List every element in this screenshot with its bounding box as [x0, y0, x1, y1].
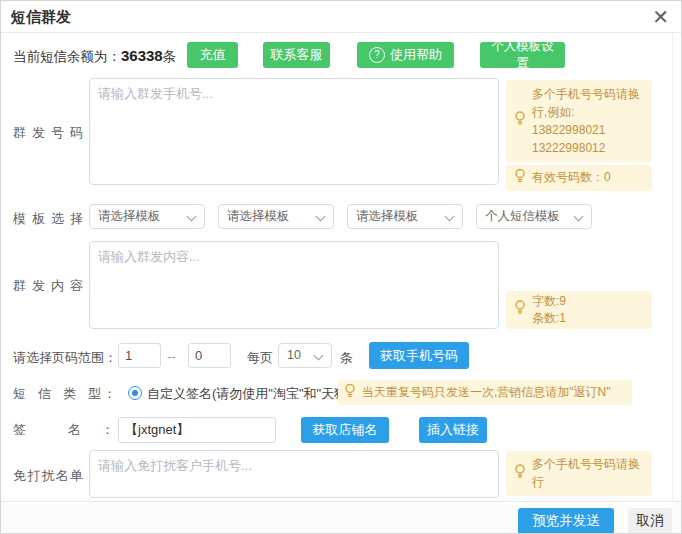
custom-signature-radio[interactable]	[128, 386, 142, 400]
recipients-hint-example-2: 13222998012	[532, 139, 644, 157]
cancel-button[interactable]: 取消	[628, 508, 672, 534]
balance-prefix: 当前短信余额为：	[13, 49, 121, 64]
sms-bulk-send-dialog: 短信群发 ✕ 当前短信余额为：36338条 充值 联系客服 ?使用帮助 个人模板…	[0, 0, 682, 534]
lightbulb-icon	[514, 111, 526, 131]
signature-input[interactable]	[118, 417, 276, 443]
page-size-select[interactable]: 10	[278, 343, 332, 368]
page-range-dash: --	[167, 349, 176, 364]
lightbulb-icon	[514, 300, 526, 320]
chevron-down-icon	[316, 212, 326, 222]
content-textarea[interactable]	[89, 241, 499, 329]
dialog-header: 短信群发 ✕	[1, 1, 681, 33]
insert-link-button[interactable]: 插入链接	[419, 417, 487, 443]
char-count: 字数:9	[532, 293, 644, 310]
template-select-2[interactable]: 请选择模板	[218, 204, 334, 229]
recipients-textarea[interactable]	[89, 78, 499, 185]
page-unit-label: 条	[340, 349, 353, 367]
custom-signature-radio-label: 自定义签名(请勿使用"淘宝"和"天猫")	[147, 385, 356, 403]
content-count-badge: 字数:9 条数:1	[506, 291, 652, 329]
page-to-input[interactable]	[188, 343, 231, 368]
recipients-label: 群发号码：	[13, 124, 98, 142]
template-select-3[interactable]: 请选择模板	[347, 204, 463, 229]
sms-type-hint: 当天重复号码只发送一次,营销信息请加"退订N"	[338, 380, 632, 405]
per-page-label: 每页	[247, 349, 273, 367]
balance-amount: 36338	[121, 47, 163, 64]
lightbulb-icon	[514, 169, 526, 188]
lightbulb-icon	[514, 464, 526, 484]
dnd-hint-text: 多个手机号号码请换行	[532, 457, 640, 489]
fetch-phone-numbers-button[interactable]: 获取手机号码	[369, 342, 469, 369]
preview-and-send-button[interactable]: 预览并发送	[518, 508, 614, 534]
signature-label: 签名：	[13, 421, 114, 439]
get-shop-name-button[interactable]: 获取店铺名	[301, 417, 389, 443]
close-icon[interactable]: ✕	[652, 4, 669, 30]
chevron-down-icon	[187, 212, 197, 222]
chevron-down-icon	[574, 212, 584, 222]
dnd-textarea[interactable]	[89, 450, 499, 498]
valid-count-text: 有效号码数：0	[532, 170, 611, 184]
sms-type-label: 短信类型：	[13, 385, 116, 403]
scrollbar-track[interactable]	[672, 33, 673, 500]
recipients-hint-text: 多个手机号号码请换行,例如:	[532, 85, 644, 121]
valid-count-badge: 有效号码数：0	[506, 165, 652, 191]
balance-text: 当前短信余额为：36338条	[13, 47, 176, 66]
question-circle-icon: ?	[369, 47, 385, 63]
lightbulb-icon	[344, 383, 356, 402]
template-select-label: 模板选择：	[13, 210, 98, 228]
usage-help-button[interactable]: ?使用帮助	[357, 42, 454, 68]
page-range-label: 请选择页码范围：	[13, 349, 117, 367]
dialog-footer: 预览并发送 取消	[1, 501, 681, 534]
content-label: 群发内容：	[13, 277, 98, 295]
dialog-title: 短信群发	[11, 8, 71, 27]
personal-template-settings-button[interactable]: 个人模板设置	[480, 42, 565, 68]
personal-template-select[interactable]: 个人短信模板	[476, 204, 592, 229]
chevron-down-icon	[314, 351, 324, 361]
recipients-hint-example-1: 13822998021	[532, 121, 644, 139]
message-count: 条数:1	[532, 310, 644, 327]
recipients-hint: 多个手机号号码请换行,例如: 13822998021 13222998012	[506, 80, 652, 162]
sms-type-hint-text: 当天重复号码只发送一次,营销信息请加"退订N"	[362, 385, 611, 399]
template-select-1[interactable]: 请选择模板	[89, 204, 205, 229]
dnd-hint: 多个手机号号码请换行	[506, 451, 652, 496]
contact-support-button[interactable]: 联系客服	[263, 42, 330, 68]
recharge-button[interactable]: 充值	[187, 42, 238, 68]
balance-unit: 条	[163, 49, 177, 64]
dnd-label: 免打扰名单：	[13, 467, 98, 485]
page-from-input[interactable]	[118, 343, 161, 368]
chevron-down-icon	[445, 212, 455, 222]
